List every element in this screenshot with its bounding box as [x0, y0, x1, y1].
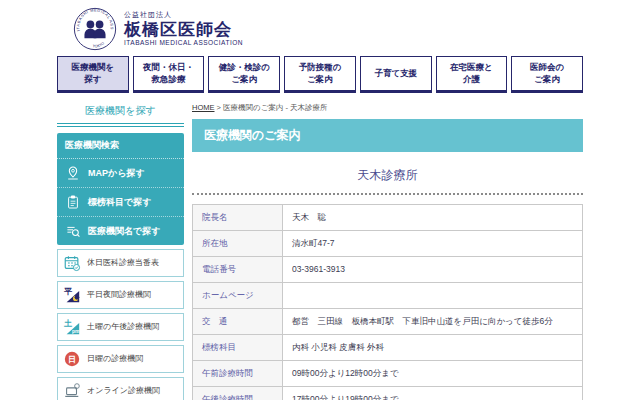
table-row-director: 院長名天木 聡: [193, 205, 583, 231]
org-title-block: 公益社団法人 板橋区医師会 ITABASHI MEDICAL ASSOCIATI…: [124, 11, 243, 46]
table-row-homepage: ホームページ: [193, 283, 583, 309]
breadcrumb: HOME > 医療機関のご案内 - 天木診療所: [192, 101, 583, 119]
row-label: 院長名: [193, 205, 283, 231]
sidebar-link-sunday[interactable]: 日 日曜の診療機関: [57, 345, 184, 373]
row-label: 交 通: [193, 309, 283, 335]
row-value: 都営 三田線 板橋本町駅 下車旧中山道を戸田に向かって徒歩6分: [283, 309, 583, 335]
sidebar-link-weekday-night[interactable]: 平 平日夜間診療機関: [57, 281, 184, 309]
row-label: 午前診療時間: [193, 361, 283, 387]
row-value: 内科 小児科 皮膚科 外科: [283, 335, 583, 361]
association-emblem-icon: ITABASHI MEDICAL ASSOC. TOKYO: [73, 7, 117, 51]
clipboard-icon: [65, 194, 81, 210]
sidebar-item-search-by-map[interactable]: MAPから探す: [57, 159, 184, 188]
page-title: 医療機関のご案内: [192, 119, 583, 152]
sunday-icon: 日: [63, 350, 81, 368]
breadcrumb-home-link[interactable]: HOME: [192, 103, 215, 112]
svg-text:ITABASHI MEDICAL ASSOC.: ITABASHI MEDICAL ASSOC.: [73, 7, 114, 31]
search-list-icon: [65, 223, 81, 239]
nav-tab-vaccination-info[interactable]: 予防接種の ご案内: [284, 56, 356, 93]
nav-tab-homecare-nursing[interactable]: 在宅医療と 介護: [436, 56, 508, 93]
sidebar-link-label: 日曜の診療機関: [87, 354, 143, 364]
sidebar-divider: [57, 123, 184, 127]
nav-tab-night-holiday-emergency[interactable]: 夜間・休日・ 救急診療: [133, 56, 205, 93]
svg-text:pm: pm: [72, 329, 80, 334]
org-name-en: ITABASHI MEDICAL ASSOCIATION: [124, 39, 243, 46]
row-value: 03-3961-3913: [283, 257, 583, 283]
clinic-detail-table: 院長名天木 聡 所在地清水町47-7 電話番号03-3961-3913 ホームペ…: [192, 204, 583, 400]
sidebar-link-online-clinics[interactable]: オンライン診療機関: [57, 377, 184, 400]
row-label: 午後診療時間: [193, 387, 283, 400]
row-label: 電話番号: [193, 257, 283, 283]
row-value: 清水町47-7: [283, 231, 583, 257]
table-row-access: 交 通都営 三田線 板橋本町駅 下車旧中山道を戸田に向かって徒歩6分: [193, 309, 583, 335]
breadcrumb-separator: >: [215, 103, 224, 112]
sidebar: 医療機関を探す 医療機関検索 MAPから探す: [57, 101, 184, 400]
nav-tab-childcare-support[interactable]: 子育て支援: [360, 56, 432, 93]
sidebar-item-label: MAPから探す: [88, 167, 145, 180]
org-name: 板橋区医師会: [124, 20, 243, 40]
table-row-address: 所在地清水町47-7: [193, 231, 583, 257]
nav-tab-association-info[interactable]: 医師会の ご案内: [511, 56, 583, 93]
holiday-calendar-icon: [63, 254, 81, 272]
sidebar-link-label: 平日夜間診療機関: [87, 290, 151, 300]
sidebar-link-label: 休日医科診療当番表: [87, 258, 159, 268]
weekday-night-icon: 平: [63, 286, 81, 304]
map-pin-icon: [65, 165, 81, 181]
org-type: 公益社団法人: [124, 11, 243, 19]
row-value: 天木 聡: [283, 205, 583, 231]
sidebar-link-saturday-afternoon[interactable]: 土 pm 土曜の午後診療機関: [57, 313, 184, 341]
row-value: 17時00分より19時00分まで: [283, 387, 583, 400]
svg-text:土: 土: [63, 319, 72, 328]
table-row-morning-hours: 午前診療時間09時00分より12時00分まで: [193, 361, 583, 387]
sidebar-item-label: 標榜科目で探す: [88, 196, 151, 209]
row-value: [283, 283, 583, 309]
sidebar-item-search-by-name[interactable]: 医療機関名で探す: [57, 217, 184, 245]
row-value: 09時00分より12時00分まで: [283, 361, 583, 387]
table-row-phone: 電話番号03-3961-3913: [193, 257, 583, 283]
sidebar-item-search-by-department[interactable]: 標榜科目で探す: [57, 188, 184, 217]
table-row-departments: 標榜科目内科 小児科 皮膚科 外科: [193, 335, 583, 361]
dotted-separator: [192, 193, 583, 195]
facility-search-box: 医療機関検索 MAPから探す 標榜科目で探す: [57, 133, 184, 245]
row-label: 所在地: [193, 231, 283, 257]
online-laptop-icon: [63, 382, 81, 400]
svg-text:日: 日: [68, 355, 76, 364]
nav-tab-checkup-info[interactable]: 健診・検診の ご案内: [208, 56, 280, 93]
facility-search-header: 医療機関検索: [57, 133, 184, 159]
main-nav: 医療機関を 探す 夜間・休日・ 救急診療 健診・検診の ご案内 予防接種の ご案…: [55, 56, 585, 93]
site-header: ITABASHI MEDICAL ASSOC. TOKYO 公益社団法人 板橋区…: [55, 0, 585, 56]
nav-tab-find-medical[interactable]: 医療機関を 探す: [57, 56, 129, 93]
clinic-name: 天木診療所: [192, 167, 583, 184]
sidebar-link-label: オンライン診療機関: [87, 386, 160, 396]
table-row-afternoon-hours: 午後診療時間17時00分より19時00分まで: [193, 387, 583, 400]
sidebar-title: 医療機関を探す: [57, 101, 184, 123]
sidebar-item-label: 医療機関名で探す: [88, 225, 160, 238]
main-content: HOME > 医療機関のご案内 - 天木診療所 医療機関のご案内 天木診療所 院…: [192, 101, 583, 400]
page: ITABASHI MEDICAL ASSOC. TOKYO 公益社団法人 板橋区…: [55, 0, 585, 400]
sidebar-link-label: 土曜の午後診療機関: [87, 322, 159, 332]
breadcrumb-current: 医療機関のご案内 - 天木診療所: [223, 103, 328, 112]
svg-text:平: 平: [63, 287, 72, 296]
row-label: ホームページ: [193, 283, 283, 309]
row-label: 標榜科目: [193, 335, 283, 361]
saturday-pm-icon: 土 pm: [63, 318, 81, 336]
sidebar-link-holiday-duty-roster[interactable]: 休日医科診療当番表: [57, 249, 184, 277]
